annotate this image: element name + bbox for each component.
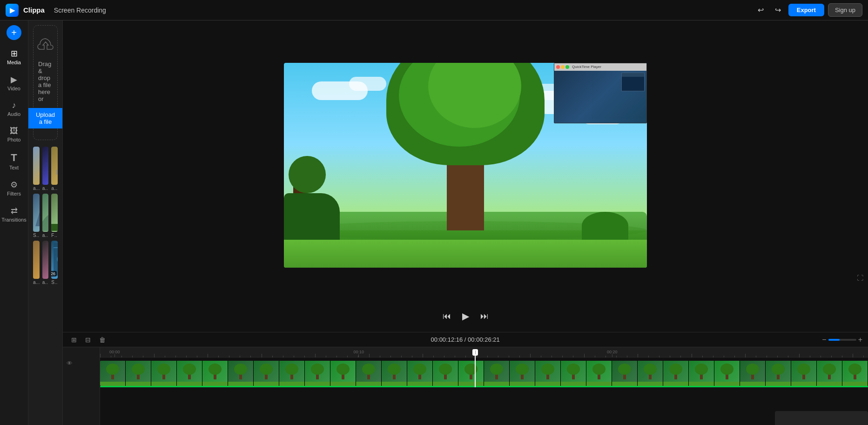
ruler-tick: [509, 356, 509, 358]
redo-button[interactable]: ↪: [771, 4, 785, 16]
ruler-tick: [573, 356, 573, 358]
sidebar-item-transitions[interactable]: ⇄ Transitions: [0, 202, 28, 226]
film-frame: [330, 361, 356, 386]
undo-button[interactable]: ↩: [754, 4, 767, 16]
ruler-tick: [347, 356, 348, 358]
zoom-in-button[interactable]: +: [858, 336, 862, 344]
ruler-tick: [659, 356, 659, 358]
timeline-area: ⊞ ⊟ 🗑 00:00:12:16 / 00:00:26:21 − +: [63, 332, 868, 425]
preview-video: QuickTime Player: [284, 63, 647, 268]
ruler-tick: [530, 354, 531, 358]
svg-point-54: [439, 364, 452, 375]
ruler-tick: [680, 356, 681, 358]
sidebar-item-audio[interactable]: ♪ Audio: [0, 97, 28, 121]
ruler-tick: [606, 356, 606, 358]
svg-rect-97: [791, 382, 816, 386]
add-media-button[interactable]: +: [7, 25, 21, 40]
playhead[interactable]: [475, 349, 476, 387]
svg-rect-37: [279, 382, 304, 386]
ruler-tick: [165, 356, 165, 358]
film-frame: [126, 361, 151, 386]
media-item-5[interactable]: aesthetic lands...: [42, 194, 49, 238]
ruler-tick: [498, 356, 498, 358]
ruler-tick: [821, 356, 821, 358]
film-frame: [766, 361, 791, 386]
svg-point-87: [720, 364, 733, 375]
photo-icon: 🖼: [10, 126, 18, 136]
preview-canvas: QuickTime Player: [67, 25, 863, 305]
film-frame: [279, 361, 305, 386]
film-frame: [202, 361, 228, 386]
sidebar-item-filters[interactable]: ⚙ Filters: [0, 176, 28, 200]
svg-point-51: [413, 364, 426, 375]
next-frame-button[interactable]: ⏭: [478, 310, 491, 323]
film-frame: [228, 361, 254, 386]
ruler-tick: [788, 356, 788, 358]
ruler-tick: [208, 354, 208, 358]
media-item-7[interactable]: a still life arran...: [33, 241, 40, 285]
media-panel: Drag & drop a file here or Upload a file…: [28, 20, 63, 425]
split-tool-button[interactable]: ⊞: [68, 335, 80, 344]
ruler-tick: [863, 356, 864, 358]
ruler-tick: [519, 356, 520, 358]
ruler-tick: [423, 354, 423, 358]
track-eye-icon[interactable]: 👁: [67, 360, 73, 367]
svg-rect-31: [228, 382, 253, 386]
sidebar-item-photo[interactable]: 🖼 Photo: [0, 122, 28, 146]
prev-frame-button[interactable]: ⏮: [441, 310, 453, 323]
delete-tool-button[interactable]: 🗑: [96, 335, 108, 344]
play-button[interactable]: ▶: [460, 309, 471, 324]
export-button[interactable]: Export: [788, 4, 824, 16]
media-item-label: a celestial scen...: [42, 186, 49, 191]
timeline-time-display: 00:00:12:16 / 00:00:26:21: [431, 336, 500, 343]
ruler-tick: [487, 356, 488, 358]
upload-button[interactable]: Upload a file: [28, 108, 63, 128]
sidebar-item-label: Audio: [7, 111, 20, 117]
sidebar-item-text[interactable]: T Text: [0, 148, 28, 174]
media-item-label: a still life arran...: [33, 280, 40, 285]
sidebar-item-media[interactable]: ⊞ Media: [0, 45, 28, 69]
svg-rect-88: [714, 382, 740, 386]
media-item-3[interactable]: a colorful buildi...: [51, 147, 58, 191]
ruler-tick: [412, 356, 412, 358]
timeline-tools: ⊞ ⊟ 🗑: [68, 335, 108, 344]
ruler-ticks: [100, 355, 868, 358]
filters-icon: ⚙: [10, 180, 18, 190]
media-item-6[interactable]: Forest flower cr...: [51, 194, 58, 238]
signup-button[interactable]: Sign up: [828, 3, 862, 17]
svg-point-81: [669, 364, 682, 375]
ruler-tick: [756, 356, 756, 358]
sidebar-item-video[interactable]: ▶ Video: [0, 71, 28, 95]
timeline-track-labels: 👁: [63, 347, 100, 425]
svg-rect-73: [586, 382, 612, 386]
svg-point-21: [157, 364, 170, 375]
ruler-tick: [390, 356, 391, 358]
film-frame: [612, 361, 638, 386]
svg-point-15: [106, 364, 119, 375]
ruler-tick: [455, 356, 455, 358]
media-item-1[interactable]: a captivating f...: [33, 147, 40, 191]
ruler-tick: [336, 356, 337, 358]
svg-rect-46: [356, 382, 381, 386]
media-item-4[interactable]: Stunning fanta...: [33, 194, 40, 238]
media-item-9[interactable]: 00:26Screen Recordi...: [51, 241, 58, 285]
ruler-tick: [745, 354, 746, 358]
anime-background: QuickTime Player: [284, 63, 647, 268]
svg-point-78: [644, 364, 657, 375]
upload-area[interactable]: Drag & drop a file here or Upload a file: [33, 25, 58, 140]
media-item-2[interactable]: a celestial scen...: [42, 147, 49, 191]
svg-point-63: [516, 364, 529, 375]
media-item-8[interactable]: a mesmerizing ...: [42, 241, 49, 285]
duplicate-tool-button[interactable]: ⊟: [82, 335, 94, 344]
fullscreen-button[interactable]: ⛶: [857, 274, 863, 282]
timeline-tracks: 00:00 00:10 00:20: [100, 347, 868, 425]
film-frame: [638, 361, 663, 386]
video-track[interactable]: [100, 359, 868, 387]
svg-rect-34: [254, 382, 279, 386]
sidebar-item-label: Transitions: [1, 217, 26, 223]
header-right: ↩ ↪ Export Sign up: [754, 3, 862, 17]
svg-rect-40: [305, 382, 330, 386]
film-frame: [663, 361, 689, 386]
zoom-out-button[interactable]: −: [822, 336, 826, 344]
duration-badge: 00:26: [51, 271, 57, 277]
